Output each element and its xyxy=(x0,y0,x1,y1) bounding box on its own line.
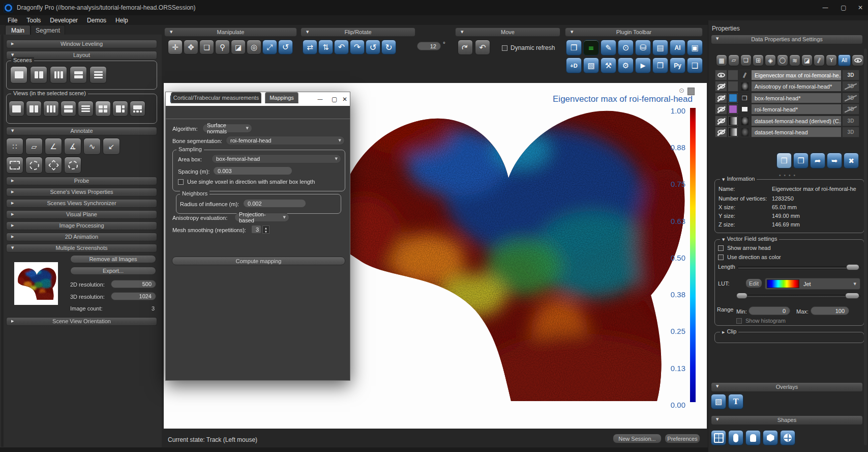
menu-developer[interactable]: Developer xyxy=(45,17,82,24)
rotate-right-90-button[interactable]: ↷ xyxy=(350,40,365,54)
filter-multi-roi-button[interactable]: ⊞ xyxy=(753,54,764,66)
dialog-close-icon[interactable]: ✕ xyxy=(342,96,347,103)
filter-mesh-button[interactable]: ◈ xyxy=(765,54,776,66)
rotate-ccw-button[interactable]: ↺ xyxy=(366,40,380,54)
layer-3d-badge[interactable]: 3D xyxy=(842,116,859,126)
show-arrow-head-checkbox[interactable] xyxy=(718,245,724,251)
window-form-plugin-button[interactable]: ❑ xyxy=(687,58,703,73)
center-target-tool-button[interactable]: ◎ xyxy=(247,40,261,54)
layer-row-eigenvector[interactable]: ∥ Eigenvector max of roi-femoral-he... 3… xyxy=(715,70,859,80)
layer-row-dataset[interactable]: dataset-femoral-head 3D xyxy=(715,127,859,137)
layer-3d-badge[interactable]: 3D xyxy=(842,104,859,115)
sidebar-scrollbar[interactable] xyxy=(1,35,4,447)
menu-file[interactable]: File xyxy=(3,17,22,24)
panel-scene-view-orientation[interactable]: ▶ Scene View Orientation xyxy=(6,317,157,326)
filter-box-button[interactable]: ◪ xyxy=(801,54,813,66)
free-rotate-button[interactable]: ↷ xyxy=(458,40,473,55)
resolution-2d-input[interactable]: 500 xyxy=(111,280,156,288)
menu-help[interactable]: Help xyxy=(111,17,133,24)
overlays-header[interactable]: ▼ Overlays xyxy=(711,382,863,392)
layer-label[interactable]: Eigenvector max of roi-femoral-he... xyxy=(751,70,842,80)
dialog-maximize-icon[interactable]: ▢ xyxy=(332,96,337,103)
add-capsule-shape-button[interactable] xyxy=(728,430,743,445)
layer-visibility-toggle[interactable] xyxy=(715,104,727,115)
delete-button[interactable]: ✖ xyxy=(844,153,859,168)
layer-color-swatch[interactable] xyxy=(728,116,738,126)
spacing-input[interactable]: 0.003 xyxy=(213,166,292,175)
layer-label[interactable]: dataset-femoral-head xyxy=(751,127,842,137)
anisotropy-evaluation-dropdown[interactable]: Projection-based ▼ xyxy=(234,213,289,222)
console-plugin-button[interactable]: ≡ xyxy=(583,40,599,55)
panel-scene-views-properties[interactable]: ▶ Scene's Views Properties xyxy=(6,188,157,196)
filter-roi-button[interactable]: ❏ xyxy=(740,54,752,66)
minimize-button[interactable]: — xyxy=(818,0,833,15)
lut-dropdown[interactable]: Jet ▼ xyxy=(765,278,860,290)
toolbar-section-move[interactable]: ▼ Move xyxy=(455,27,560,37)
panel-image-processing[interactable]: ▶ Image Processing xyxy=(6,221,157,230)
filter-all-button[interactable]: All xyxy=(838,54,851,66)
arrow-tool-button[interactable]: ↙ xyxy=(103,138,120,155)
scene-layout-three-columns-button[interactable] xyxy=(50,66,67,83)
slice-scroll-tool-button[interactable]: ❏ xyxy=(199,40,214,54)
screenshot-plugin-button[interactable]: ⊙ xyxy=(618,40,634,55)
add-sphere-shape-button[interactable] xyxy=(780,430,795,445)
clip-group-label[interactable]: Clip xyxy=(727,328,736,334)
layer-label[interactable]: roi-femoral-head* xyxy=(751,104,842,115)
range-slider-min-handle[interactable] xyxy=(736,293,747,299)
layer-color-swatch[interactable] xyxy=(728,93,738,103)
layer-3d-badge[interactable]: 3D xyxy=(842,70,859,80)
image-annotation-plugin-button[interactable]: ▣ xyxy=(687,40,703,55)
scene-layout-single-button[interactable] xyxy=(10,66,27,83)
duplicate-button[interactable]: ❐ xyxy=(793,153,809,168)
view-layout-quad-button[interactable] xyxy=(95,101,111,117)
panel-annotate[interactable]: ▼ Annotate xyxy=(6,127,157,135)
remove-all-images-button[interactable]: Remove all Images xyxy=(70,255,156,263)
dialog-tab-measurements[interactable]: Cortical/Trabecular measurements xyxy=(171,92,261,103)
panel-window-leveling[interactable]: ▶ Window Leveling xyxy=(6,40,157,48)
layer-label[interactable]: box-femoral-head* xyxy=(751,93,842,103)
menu-demos[interactable]: Demos xyxy=(82,17,111,24)
add-view-plugin-button[interactable]: ❐ xyxy=(566,40,582,55)
length-slider-handle[interactable] xyxy=(846,264,859,270)
point-annotation-tool-button[interactable]: ∷ xyxy=(6,138,23,155)
reset-view-button[interactable]: ↺ xyxy=(278,40,293,54)
compute-mapping-button[interactable]: Compute mapping xyxy=(172,257,345,265)
layer-3d-badge[interactable]: 3D xyxy=(842,93,859,103)
ruler-tool-button[interactable]: ▱ xyxy=(25,138,43,155)
properties-scrollbar[interactable] xyxy=(864,48,867,445)
tab-segment[interactable]: Segment xyxy=(31,25,65,35)
layer-visibility-toggle[interactable] xyxy=(715,127,727,137)
dialog-minimize-icon[interactable]: — xyxy=(317,96,323,102)
path-tool-button[interactable]: ∿ xyxy=(83,138,101,155)
tab-main[interactable]: Main xyxy=(5,25,31,35)
lut-edit-button[interactable]: Edit xyxy=(745,278,762,288)
pan-tool-button[interactable]: ✥ xyxy=(184,40,198,54)
scene-layout-two-rows-button[interactable] xyxy=(70,66,87,83)
freeform-selection-tool-button[interactable] xyxy=(64,157,81,174)
crosshair-tool-button[interactable]: ✛ xyxy=(168,40,183,54)
rectangle-selection-tool-button[interactable] xyxy=(6,157,23,174)
layer-row-roi[interactable]: roi-femoral-head* 3D xyxy=(715,104,859,115)
image-gallery-plugin-button[interactable]: ▧ xyxy=(583,58,599,73)
layer-3d-badge[interactable]: 3D xyxy=(842,81,859,92)
dynamic-refresh-checkbox[interactable] xyxy=(502,45,507,51)
clip-plane-tool-button[interactable]: ◪ xyxy=(231,40,246,54)
segmentation-brush-plugin-button[interactable]: ✎ xyxy=(601,40,616,55)
close-button[interactable]: ✕ xyxy=(853,0,868,15)
new-session-button[interactable]: New Session... xyxy=(613,434,662,443)
view-layout-three-columns-button[interactable] xyxy=(43,101,59,117)
view-layout-main-plus-side-button[interactable] xyxy=(112,101,128,117)
database-plugin-button[interactable]: ⛁ xyxy=(635,40,651,55)
flip-horizontal-button[interactable]: ⇄ xyxy=(303,40,317,54)
python-plugin-button[interactable]: Py xyxy=(670,58,685,73)
add-text-overlay-button[interactable]: T xyxy=(728,394,743,409)
spin-down-icon[interactable]: ▼ xyxy=(265,230,267,233)
dialog-tab-mappings[interactable]: Mappings xyxy=(265,92,298,103)
layer-row-box[interactable]: ❒ box-femoral-head* 3D xyxy=(715,93,859,103)
menu-tools[interactable]: Tools xyxy=(22,17,45,24)
preferences-button[interactable]: Preferences xyxy=(665,434,700,443)
bone-segmentation-dropdown[interactable]: roi-femoral-head ▼ xyxy=(226,136,345,145)
fit-view-button[interactable]: ⤢ xyxy=(262,40,277,54)
angle-line-tool-button[interactable]: ∡ xyxy=(64,138,81,155)
scene-layout-two-columns-button[interactable] xyxy=(30,66,47,83)
